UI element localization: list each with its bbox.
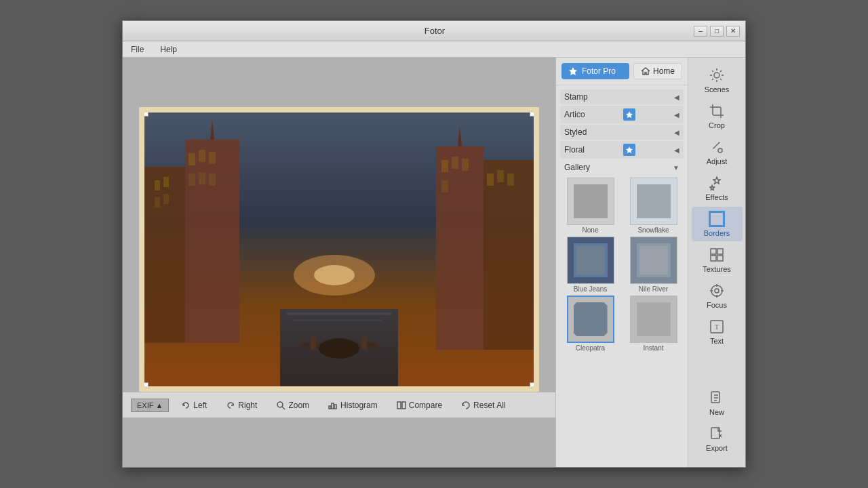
corner-handle-bl[interactable] (140, 382, 149, 390)
histogram-button[interactable]: Histogram (321, 399, 384, 412)
svg-rect-26 (280, 309, 398, 386)
category-stamp[interactable]: Stamp ◀ (560, 89, 684, 104)
svg-line-34 (282, 407, 285, 409)
window-controls: – □ ✕ (694, 26, 740, 37)
exif-button[interactable]: EXIF ▲ (131, 399, 169, 412)
canvas-area: EXIF ▲ Left Right Zoom Histogram (123, 58, 555, 467)
tool-borders[interactable]: Borders (692, 207, 743, 241)
close-button[interactable]: ✕ (726, 26, 740, 37)
svg-rect-39 (402, 402, 406, 409)
app-window: Fotor – □ ✕ File Help (122, 20, 746, 468)
corner-handle-tr[interactable] (530, 108, 538, 117)
bottom-toolbar: EXIF ▲ Left Right Zoom Histogram (123, 392, 555, 418)
border-grid: None Snowflake Blue Jeans (560, 178, 684, 352)
category-floral[interactable]: Floral ◀ (560, 141, 684, 159)
border-nile-river[interactable]: Nile River (623, 237, 684, 293)
svg-rect-8 (185, 140, 239, 343)
svg-rect-22 (484, 160, 534, 350)
svg-rect-20 (441, 180, 448, 192)
rotate-left-button[interactable]: Left (174, 399, 214, 412)
image-display (139, 107, 539, 392)
border-none[interactable]: None (560, 178, 620, 234)
svg-rect-13 (199, 172, 205, 184)
zoom-button[interactable]: Zoom (269, 399, 316, 412)
compare-button[interactable]: Compare (390, 399, 449, 412)
gallery-header: Gallery ▼ (560, 160, 684, 175)
rotate-right-button[interactable]: Right (219, 399, 264, 412)
svg-rect-7 (163, 194, 169, 204)
menu-file[interactable]: File (128, 43, 146, 56)
svg-rect-0 (144, 113, 534, 386)
svg-rect-4 (155, 180, 160, 190)
svg-point-2 (314, 265, 355, 285)
tool-scenes[interactable]: Scenes (692, 63, 743, 98)
svg-rect-5 (163, 177, 169, 187)
tool-new[interactable]: New (692, 386, 743, 420)
svg-marker-41 (626, 111, 633, 118)
svg-rect-24 (497, 170, 504, 182)
svg-line-48 (712, 70, 713, 72)
maximize-button[interactable]: □ (710, 26, 724, 37)
svg-line-49 (720, 79, 722, 80)
svg-point-33 (277, 402, 283, 407)
svg-rect-55 (711, 256, 716, 261)
bottom-tools: New Export (692, 386, 743, 462)
tool-textures[interactable]: Textures (692, 243, 743, 277)
fotor-pro-button[interactable]: Fotor Pro (561, 63, 629, 79)
svg-marker-15 (210, 119, 214, 140)
title-bar: Fotor – □ ✕ (123, 21, 745, 41)
svg-rect-35 (329, 406, 331, 409)
svg-line-51 (720, 70, 722, 72)
svg-rect-36 (332, 403, 334, 409)
svg-marker-21 (458, 126, 462, 146)
svg-rect-11 (209, 152, 216, 164)
border-cleopatra[interactable]: Cleopatra (560, 296, 620, 352)
svg-rect-27 (287, 312, 391, 315)
reset-all-button[interactable]: Reset All (454, 399, 512, 412)
svg-point-32 (319, 338, 359, 359)
tool-text[interactable]: T Text (692, 314, 743, 349)
home-button[interactable]: Home (633, 63, 682, 79)
svg-rect-31 (361, 336, 367, 350)
svg-rect-19 (462, 159, 469, 171)
svg-rect-9 (189, 153, 195, 165)
corner-handle-br[interactable] (530, 382, 538, 390)
svg-marker-42 (626, 146, 633, 153)
pro-badge-floral (623, 144, 635, 156)
border-snowflake[interactable]: Snowflake (623, 178, 684, 234)
right-panel: Fotor Pro Home Stamp ◀ Artico (555, 58, 688, 467)
svg-point-57 (711, 285, 722, 296)
svg-point-58 (715, 289, 719, 293)
main-area: EXIF ▲ Left Right Zoom Histogram (123, 58, 745, 467)
minimize-button[interactable]: – (694, 26, 707, 37)
borders-panel: Stamp ◀ Artico ◀ Styled ◀ Floral (556, 85, 688, 467)
tool-effects[interactable]: Effects (692, 171, 743, 205)
border-blue-jeans[interactable]: Blue Jeans (560, 237, 620, 293)
svg-rect-56 (717, 256, 723, 261)
menu-help[interactable]: Help (157, 43, 180, 56)
svg-line-50 (712, 79, 713, 80)
tool-crop[interactable]: Crop (692, 99, 743, 134)
tool-adjust[interactable]: Adjust (692, 135, 743, 169)
svg-rect-28 (294, 319, 382, 321)
corner-handle-tl[interactable] (140, 108, 149, 117)
svg-rect-6 (155, 197, 160, 207)
pro-header: Fotor Pro Home (556, 58, 688, 85)
pro-badge-artico (623, 108, 635, 121)
svg-rect-25 (507, 174, 514, 186)
tool-focus[interactable]: Focus (692, 279, 743, 313)
image-canvas (144, 113, 534, 386)
category-styled[interactable]: Styled ◀ (560, 125, 684, 140)
border-instant[interactable]: Instant (623, 296, 684, 352)
svg-rect-3 (144, 167, 185, 343)
svg-rect-12 (189, 174, 195, 186)
svg-rect-16 (436, 146, 484, 350)
category-artico[interactable]: Artico ◀ (560, 106, 684, 123)
tool-export[interactable]: Export (692, 422, 743, 456)
svg-rect-10 (199, 150, 205, 162)
svg-rect-54 (717, 249, 723, 254)
window-title: Fotor (176, 26, 694, 36)
svg-marker-40 (569, 67, 577, 75)
svg-rect-30 (311, 336, 316, 350)
image-frame (139, 107, 539, 392)
